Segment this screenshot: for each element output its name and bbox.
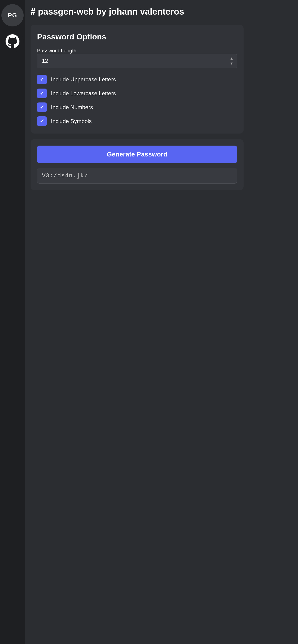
checkmark-numbers: ✓: [40, 104, 44, 110]
checkbox-label-lowercase: Include Lowercase Letters: [51, 90, 116, 97]
generate-card: Generate Password: [30, 139, 244, 190]
checkmark-lowercase: ✓: [40, 90, 44, 96]
checkbox-label-symbols: Include Symbols: [51, 118, 92, 124]
main-content: # passgen-web by johann valenteros Passw…: [25, 0, 298, 644]
spinner-up-button[interactable]: ▲: [229, 56, 234, 61]
app-logo[interactable]: PG: [1, 4, 24, 26]
checkbox-lowercase[interactable]: ✓ Include Lowercase Letters: [37, 88, 237, 98]
github-icon: [5, 34, 19, 48]
length-label: Password Length:: [37, 48, 78, 54]
checkmark-symbols: ✓: [40, 118, 44, 124]
checkbox-numbers[interactable]: ✓ Include Numbers: [37, 102, 237, 112]
password-output[interactable]: [37, 168, 237, 184]
checkbox-box-symbols: ✓: [37, 116, 47, 126]
checkbox-label-numbers: Include Numbers: [51, 104, 93, 110]
length-input-wrapper: ▲ ▼: [37, 54, 237, 68]
checkbox-symbols[interactable]: ✓ Include Symbols: [37, 116, 237, 126]
checkbox-uppercase[interactable]: ✓ Include Uppercase Letters: [37, 75, 237, 84]
page-title: # passgen-web by johann valenteros: [30, 4, 293, 18]
options-title: Password Options: [37, 32, 237, 41]
github-link[interactable]: [1, 30, 24, 52]
checkbox-box-numbers: ✓: [37, 102, 47, 112]
options-card: Password Options Password Length: ▲ ▼ ✓ …: [30, 25, 244, 134]
logo-text: PG: [8, 12, 17, 19]
checkbox-box-lowercase: ✓: [37, 88, 47, 98]
checkbox-label-uppercase: Include Uppercase Letters: [51, 76, 116, 83]
checkmark-uppercase: ✓: [40, 76, 44, 82]
generate-button[interactable]: Generate Password: [37, 146, 237, 163]
checkbox-list: ✓ Include Uppercase Letters ✓ Include Lo…: [37, 75, 237, 126]
checkbox-box-uppercase: ✓: [37, 75, 47, 84]
sidebar: PG: [0, 0, 25, 644]
length-input[interactable]: [37, 54, 237, 68]
spinner-buttons: ▲ ▼: [229, 56, 234, 66]
spinner-down-button[interactable]: ▼: [229, 61, 234, 66]
